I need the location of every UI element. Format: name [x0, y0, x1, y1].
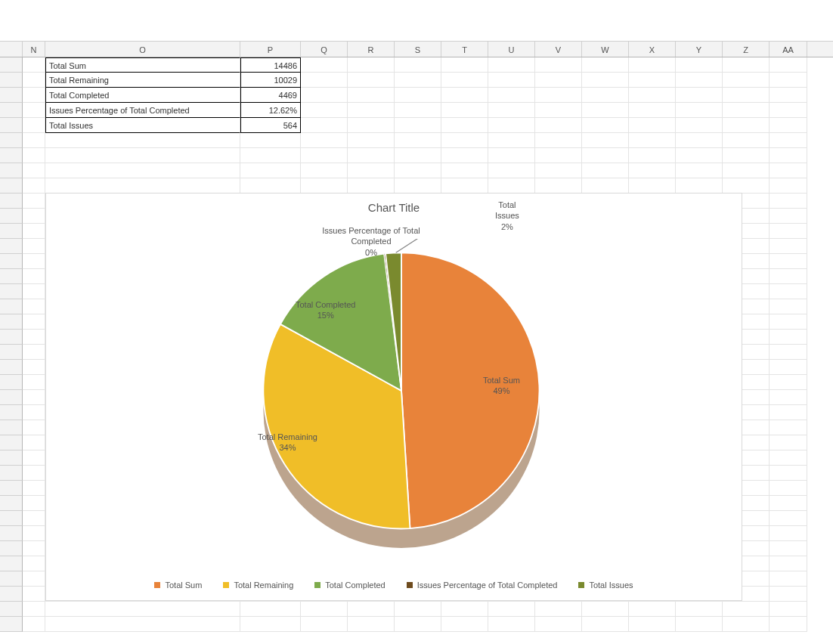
cell[interactable] [348, 617, 395, 632]
cell[interactable] [770, 571, 807, 587]
row-header[interactable] [0, 466, 23, 481]
row-header[interactable] [0, 239, 23, 254]
cell[interactable] [395, 133, 441, 148]
cell[interactable] [395, 163, 441, 178]
cell[interactable] [23, 360, 45, 375]
cell[interactable] [723, 118, 770, 133]
col-header-S[interactable]: S [395, 42, 441, 57]
cell[interactable] [23, 133, 45, 148]
row-header[interactable] [0, 345, 23, 360]
cell[interactable] [770, 526, 807, 541]
cell[interactable] [770, 330, 807, 345]
cell[interactable] [23, 587, 45, 602]
cell[interactable] [629, 118, 676, 133]
cell[interactable] [723, 73, 770, 88]
row-header[interactable] [0, 103, 23, 118]
row-header[interactable] [0, 556, 23, 571]
cell[interactable] [676, 73, 723, 88]
row-header[interactable] [0, 617, 23, 632]
cell[interactable] [23, 450, 45, 466]
cell[interactable] [348, 57, 395, 73]
cell[interactable] [395, 178, 441, 194]
row-header[interactable] [0, 57, 23, 73]
cell[interactable] [301, 617, 348, 632]
cell[interactable] [535, 73, 582, 88]
cell[interactable] [45, 133, 240, 148]
cell[interactable] [23, 194, 45, 209]
cell[interactable] [395, 617, 441, 632]
cell[interactable] [629, 73, 676, 88]
row-header[interactable] [0, 330, 23, 345]
cell[interactable]: 12.62% [240, 103, 301, 118]
cell[interactable] [535, 617, 582, 632]
cell[interactable] [770, 496, 807, 511]
cell[interactable] [770, 299, 807, 314]
cell[interactable] [240, 178, 301, 194]
cell[interactable] [301, 73, 348, 88]
cell[interactable] [582, 73, 629, 88]
cell[interactable] [582, 148, 629, 163]
cell[interactable] [23, 375, 45, 390]
cell[interactable] [23, 390, 45, 405]
cell[interactable]: 10029 [240, 73, 301, 88]
cell[interactable] [582, 178, 629, 194]
cell[interactable] [23, 224, 45, 239]
cell[interactable] [770, 405, 807, 420]
col-header-AA[interactable]: AA [770, 42, 807, 57]
cell[interactable] [488, 73, 535, 88]
cell[interactable] [301, 163, 348, 178]
cell[interactable] [488, 617, 535, 632]
cell[interactable] [23, 57, 45, 73]
row-header[interactable] [0, 541, 23, 556]
cell[interactable] [582, 57, 629, 73]
cell[interactable] [582, 617, 629, 632]
cell[interactable] [770, 602, 807, 617]
cell[interactable] [582, 118, 629, 133]
cell[interactable] [488, 88, 535, 103]
row-header[interactable] [0, 390, 23, 405]
cell[interactable] [301, 602, 348, 617]
cell[interactable] [770, 420, 807, 435]
cell[interactable] [23, 496, 45, 511]
cell[interactable] [629, 602, 676, 617]
row-header[interactable] [0, 254, 23, 269]
cell[interactable] [770, 163, 807, 178]
cell[interactable] [629, 57, 676, 73]
cell[interactable] [488, 133, 535, 148]
cell[interactable] [770, 587, 807, 602]
cell[interactable] [535, 148, 582, 163]
cell[interactable]: Total Remaining [45, 73, 240, 88]
row-header[interactable] [0, 194, 23, 209]
cell[interactable] [441, 57, 488, 73]
cell[interactable] [441, 133, 488, 148]
chart-container[interactable]: Chart Title Total Sum49% Total Remain [45, 193, 742, 601]
row-header[interactable] [0, 118, 23, 133]
row-header[interactable] [0, 133, 23, 148]
cell[interactable] [240, 133, 301, 148]
cell[interactable] [535, 118, 582, 133]
cell[interactable] [676, 103, 723, 118]
cell[interactable] [676, 602, 723, 617]
cell[interactable] [23, 314, 45, 330]
cell[interactable] [23, 239, 45, 254]
cell[interactable] [629, 133, 676, 148]
cell[interactable] [676, 88, 723, 103]
cell[interactable] [770, 118, 807, 133]
cell[interactable] [45, 602, 240, 617]
col-header-X[interactable]: X [629, 42, 676, 57]
cell[interactable] [23, 345, 45, 360]
cell[interactable] [770, 103, 807, 118]
cell[interactable] [23, 178, 45, 194]
cell[interactable] [395, 148, 441, 163]
cell[interactable] [488, 178, 535, 194]
row-header[interactable] [0, 435, 23, 450]
cell[interactable] [770, 209, 807, 224]
cell[interactable] [488, 118, 535, 133]
cell[interactable] [23, 148, 45, 163]
cell[interactable] [441, 103, 488, 118]
cell[interactable] [535, 163, 582, 178]
cell[interactable] [535, 178, 582, 194]
cell[interactable] [488, 103, 535, 118]
cell[interactable] [348, 73, 395, 88]
cell[interactable] [23, 103, 45, 118]
